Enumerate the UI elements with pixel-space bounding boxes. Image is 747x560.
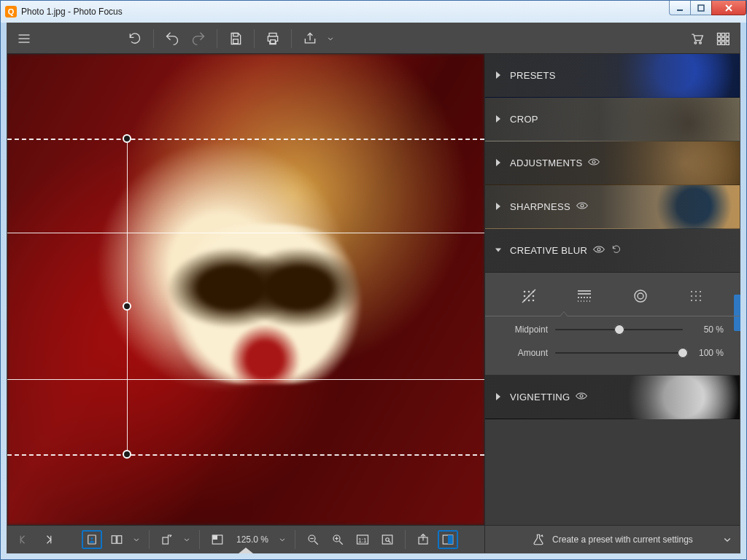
panel-adjustments[interactable]: ADJUSTMENTS	[485, 141, 740, 185]
revert-button[interactable]	[124, 28, 146, 50]
svg-point-48	[700, 291, 701, 292]
svg-point-38	[533, 300, 534, 300]
chevron-down-icon	[131, 533, 142, 546]
svg-marker-26	[496, 203, 500, 210]
create-preset-button[interactable]: Create a preset with current settings	[484, 525, 740, 553]
svg-point-31	[529, 291, 530, 292]
panel-vignetting[interactable]: VIGNETTING	[485, 376, 740, 419]
svg-point-25	[592, 160, 595, 163]
undo-button[interactable]	[161, 28, 183, 50]
svg-rect-17	[721, 37, 724, 40]
filmstrip-toggle[interactable]	[239, 548, 253, 553]
app-window: Q Photo 1.jpg - Photo Focus	[0, 0, 747, 560]
svg-marker-24	[496, 159, 500, 166]
svg-rect-13	[718, 33, 721, 36]
blur-handle-top[interactable]	[123, 134, 131, 143]
flask-icon	[532, 533, 545, 546]
cart-button[interactable]	[686, 28, 708, 50]
panel-reset[interactable]	[611, 244, 622, 257]
side-panel: PRESETS CROP ADJUSTMENTS SHARPNESS	[484, 54, 740, 525]
minimize-button[interactable]	[669, 1, 691, 15]
zoom-fit-button[interactable]	[377, 530, 398, 549]
save-icon	[228, 31, 243, 46]
visibility-toggle[interactable]	[593, 244, 605, 257]
svg-point-47	[695, 291, 697, 292]
blur-mode-radial[interactable]	[625, 284, 656, 308]
chevron-right-icon	[495, 203, 501, 210]
prev-image-button[interactable]	[13, 530, 34, 549]
blur-none-icon	[520, 287, 538, 305]
background-button[interactable]	[207, 530, 228, 549]
svg-point-33	[525, 295, 525, 296]
share-dropdown[interactable]	[325, 28, 336, 50]
svg-text:1:1: 1:1	[358, 537, 367, 543]
zoom-actual-button[interactable]: 1:1	[352, 530, 373, 549]
view-compare-button[interactable]	[107, 530, 127, 549]
svg-point-37	[529, 300, 530, 300]
zoom-in-button[interactable]	[328, 530, 348, 549]
midpoint-slider[interactable]	[555, 324, 683, 335]
svg-point-46	[691, 291, 692, 292]
svg-rect-62	[117, 535, 122, 543]
view-dropdown[interactable]	[131, 529, 142, 551]
print-icon	[266, 31, 280, 46]
export-button[interactable]	[413, 530, 433, 549]
panel-crop[interactable]: CROP	[485, 98, 740, 141]
save-button[interactable]	[225, 28, 247, 50]
svg-point-49	[691, 295, 692, 297]
next-image-button[interactable]	[38, 530, 58, 549]
redo-button[interactable]	[187, 28, 209, 50]
undo-icon	[165, 31, 179, 46]
window-title: Photo 1.jpg - Photo Focus	[21, 7, 670, 17]
zoom-out-button[interactable]	[303, 530, 323, 549]
share-button[interactable]	[299, 28, 321, 50]
panel-label: CROP	[510, 114, 538, 125]
portrait-icon	[85, 533, 98, 546]
blur-mode-none[interactable]	[514, 284, 544, 308]
panel-creative-blur[interactable]: CREATIVE BLUR	[485, 229, 740, 273]
visibility-toggle[interactable]	[576, 201, 588, 213]
panel-label: ADJUSTMENTS	[510, 158, 582, 168]
visibility-toggle[interactable]	[588, 157, 600, 169]
svg-point-60	[91, 537, 93, 540]
svg-line-77	[389, 540, 391, 542]
maximize-button[interactable]	[690, 1, 712, 15]
titlebar[interactable]: Q Photo 1.jpg - Photo Focus	[1, 1, 746, 23]
svg-rect-7	[233, 33, 239, 36]
chevron-right-icon	[495, 71, 501, 79]
grid-view-button[interactable]	[712, 28, 734, 50]
actual-size-icon: 1:1	[356, 533, 369, 546]
prev-icon	[17, 533, 30, 546]
visibility-toggle[interactable]	[576, 391, 587, 403]
panel-presets[interactable]: PRESETS	[485, 54, 740, 98]
create-preset-dropdown[interactable]	[719, 526, 735, 553]
chevron-down-icon	[325, 31, 336, 46]
revert-icon	[128, 31, 142, 46]
close-button[interactable]	[711, 1, 746, 15]
canvas[interactable]	[7, 54, 484, 525]
blur-handle-bottom[interactable]	[123, 450, 131, 459]
chevron-down-icon	[495, 246, 501, 254]
svg-point-52	[691, 300, 692, 301]
blur-mode-linear[interactable]	[569, 284, 600, 308]
redo-icon	[191, 31, 206, 46]
menu-button[interactable]	[13, 28, 35, 50]
amount-slider[interactable]	[555, 347, 683, 359]
svg-marker-55	[496, 393, 500, 400]
panel-sharpness[interactable]: SHARPNESS	[485, 185, 740, 229]
fullscreen-button[interactable]	[438, 530, 458, 549]
rotate-button[interactable]	[157, 530, 177, 549]
rotate-dropdown[interactable]	[182, 529, 192, 551]
svg-point-54	[700, 300, 701, 301]
svg-point-11	[694, 42, 697, 44]
svg-rect-18	[726, 37, 729, 40]
svg-point-53	[695, 300, 697, 301]
view-single-button[interactable]	[82, 530, 102, 549]
fullscreen-icon	[441, 533, 454, 546]
print-button[interactable]	[262, 28, 284, 50]
zoom-in-icon	[331, 533, 344, 546]
blur-mode-grid[interactable]	[681, 284, 711, 308]
blur-handle-mid[interactable]	[123, 302, 131, 311]
zoom-dropdown[interactable]	[277, 529, 287, 551]
svg-rect-10	[271, 39, 276, 43]
